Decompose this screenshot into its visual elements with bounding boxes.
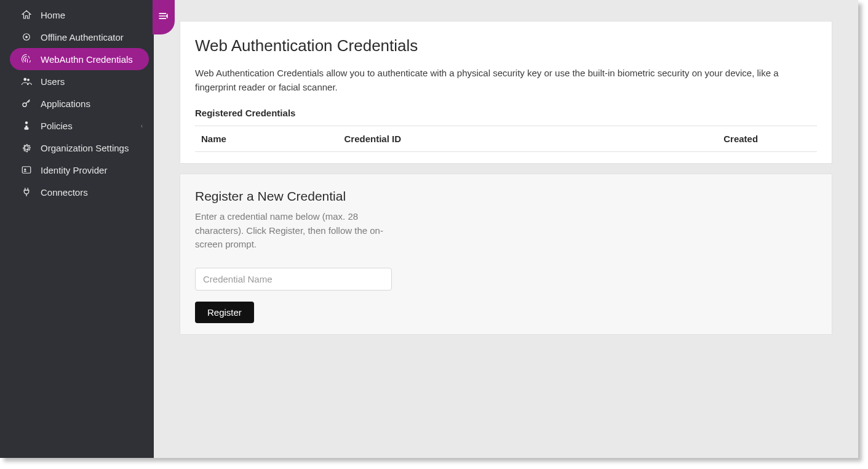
sidebar-toggle[interactable] [153,0,175,34]
svg-point-4 [23,103,26,106]
credentials-table: Name Credential ID Created [195,126,817,152]
collapse-icon [157,10,170,25]
table-header-name: Name [195,126,338,152]
offline-icon [21,31,32,42]
gear-icon [21,142,32,153]
sidebar-item-label: Users [41,76,65,87]
sidebar-item-identity-provider[interactable]: Identity Provider [0,159,151,181]
credentials-card: Web Authentication Credentials Web Authe… [180,21,832,164]
register-title: Register a New Credential [195,189,817,204]
sidebar-item-label: Offline Authenticator [41,32,124,42]
register-helper: Enter a credential name below (max. 28 c… [195,210,392,252]
page-description: Web Authentication Credentials allow you… [195,66,817,94]
credential-name-input[interactable] [195,268,392,291]
sidebar-item-offline-authenticator[interactable]: Offline Authenticator [0,26,151,48]
table-header-created: Created [717,126,817,152]
svg-point-5 [25,121,28,124]
sidebar-item-label: Home [41,10,65,20]
register-button[interactable]: Register [195,302,254,323]
home-icon [21,9,32,20]
sidebar-item-label: Applications [41,98,90,109]
plug-icon [21,186,32,198]
sidebar-item-users[interactable]: Users [0,70,151,92]
sidebar-item-home[interactable]: Home [0,4,151,26]
main-content: Web Authentication Credentials Web Authe… [154,0,858,458]
idp-icon [21,164,32,175]
sidebar-item-organization-settings[interactable]: Organization Settings [0,137,151,159]
chevron-left-icon: ‹ [141,122,143,129]
sidebar-item-label: Policies [41,121,73,131]
sidebar-item-webauthn-credentials[interactable]: WebAuthn Credentials [10,48,149,70]
registered-credentials-heading: Registered Credentials [195,108,817,118]
sidebar-item-connectors[interactable]: Connectors [0,181,151,203]
policies-icon [21,120,32,131]
svg-point-3 [27,79,30,81]
svg-point-7 [24,169,26,170]
users-icon [21,76,32,87]
svg-point-2 [23,78,26,81]
page-title: Web Authentication Credentials [195,36,817,55]
sidebar-item-applications[interactable]: Applications [0,92,151,114]
svg-point-1 [25,36,28,38]
sidebar-item-label: Identity Provider [41,165,107,175]
svg-rect-6 [22,167,31,174]
sidebar-item-label: Connectors [41,187,88,198]
sidebar-item-label: Organization Settings [41,143,129,153]
sidebar-item-policies[interactable]: Policies ‹ [0,114,151,137]
fingerprint-icon [21,54,32,65]
sidebar-item-label: WebAuthn Credentials [41,54,133,65]
register-card: Register a New Credential Enter a creden… [180,174,832,335]
key-icon [21,98,32,109]
sidebar: Home Offline Authenticator WebAuthn Cred… [0,0,154,458]
table-header-credential-id: Credential ID [338,126,718,152]
